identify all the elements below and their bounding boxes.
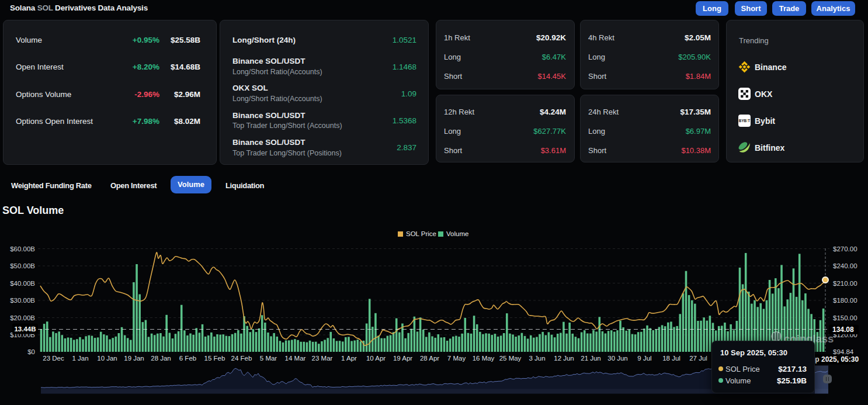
- svg-text:$210.00: $210.00: [833, 280, 857, 287]
- svg-text:$0: $0: [27, 348, 35, 355]
- svg-text:27 Jul: 27 Jul: [689, 355, 707, 362]
- svg-text:1 Apr: 1 Apr: [341, 355, 357, 362]
- svg-text:18 Jul: 18 Jul: [662, 355, 680, 362]
- svg-text:10 Apr: 10 Apr: [366, 355, 386, 362]
- svg-text:9 Jul: 9 Jul: [637, 355, 651, 362]
- svg-text:$60.00B: $60.00B: [10, 245, 35, 252]
- svg-text:19 Jan: 19 Jan: [124, 355, 144, 362]
- svg-text:6 Feb: 6 Feb: [179, 355, 196, 362]
- svg-text:14 Mar: 14 Mar: [285, 355, 306, 362]
- svg-text:7 May: 7 May: [447, 355, 466, 362]
- svg-text:12 Jun: 12 Jun: [554, 355, 574, 362]
- svg-text:$270.00: $270.00: [833, 245, 857, 252]
- svg-text:24 Feb: 24 Feb: [231, 355, 252, 362]
- svg-text:$30.00B: $30.00B: [10, 297, 35, 304]
- svg-text:13.44B: 13.44B: [14, 326, 36, 333]
- svg-text:30 Jun: 30 Jun: [607, 355, 628, 362]
- svg-text:5 Mar: 5 Mar: [260, 355, 277, 362]
- svg-text:$150.00: $150.00: [833, 314, 857, 321]
- svg-text:28 Apr: 28 Apr: [420, 355, 439, 362]
- svg-text:19 Apr: 19 Apr: [393, 355, 412, 362]
- svg-text:$50.00B: $50.00B: [10, 262, 35, 269]
- svg-text:21 Jun: 21 Jun: [581, 355, 601, 362]
- svg-text:$240.00: $240.00: [833, 262, 857, 269]
- svg-text:10 Jan: 10 Jan: [97, 355, 117, 362]
- svg-text:$94.84: $94.84: [833, 348, 854, 355]
- svg-text:3 Jun: 3 Jun: [529, 355, 545, 362]
- svg-text:134.08: 134.08: [832, 326, 854, 334]
- svg-text:23 Dec: 23 Dec: [43, 355, 64, 362]
- svg-text:16 May: 16 May: [473, 355, 495, 362]
- svg-text:$40.00B: $40.00B: [10, 280, 35, 287]
- svg-text:$180.00: $180.00: [833, 297, 857, 304]
- svg-text:1 Jan: 1 Jan: [72, 355, 88, 362]
- svg-text:23 Mar: 23 Mar: [312, 355, 333, 362]
- svg-text:28 Jan: 28 Jan: [151, 355, 171, 362]
- svg-text:15 Feb: 15 Feb: [204, 355, 225, 362]
- svg-text:25 May: 25 May: [499, 355, 522, 362]
- svg-text:$20.00B: $20.00B: [10, 314, 35, 321]
